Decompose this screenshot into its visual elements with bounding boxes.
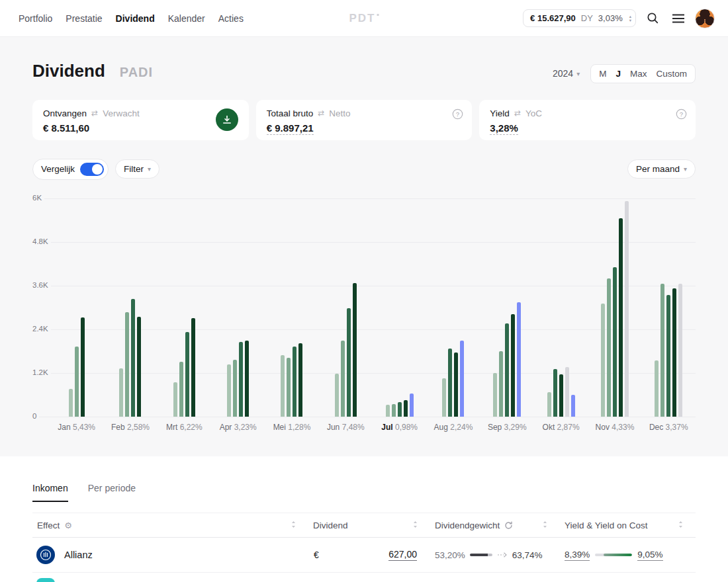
yield-value[interactable]: 3,28% (490, 122, 518, 135)
bar-okt-s4[interactable] (559, 374, 563, 417)
settings-gear-icon[interactable]: ⚙ (64, 520, 72, 530)
bar-aug-s3[interactable] (448, 349, 452, 417)
bar-jul-s3[interactable] (398, 402, 402, 417)
bar-feb-s1[interactable] (119, 368, 123, 417)
compare-switch[interactable] (80, 163, 104, 176)
bar-sep-s4[interactable] (511, 314, 515, 417)
bar-nov-s3[interactable] (613, 267, 617, 417)
tab-inkomen[interactable]: Inkomen (32, 483, 68, 502)
bar-dec-s1[interactable] (655, 360, 659, 417)
yoc-pct[interactable]: 9,05% (637, 550, 662, 561)
bar-nov-s2[interactable] (607, 278, 611, 417)
bar-mrt-s2[interactable] (179, 362, 183, 417)
bar-jan-s1[interactable] (69, 389, 73, 417)
bar-sep-s1[interactable] (493, 373, 497, 417)
portfolio-quote-pill[interactable]: € 15.627,90 DY 3,03% ▴▾ (523, 9, 636, 27)
bar-group-mei[interactable] (265, 198, 318, 417)
bar-aug-blue[interactable] (460, 341, 464, 417)
table-row-allianz[interactable]: Allianz € 627,00 53,20% 63,74% 8,39% 9,0… (32, 538, 696, 573)
holding-name[interactable]: Allianz (64, 550, 93, 560)
bar-mei-s3[interactable] (293, 347, 296, 417)
bar-okt-gray[interactable] (565, 367, 569, 417)
sort-icon[interactable] (291, 520, 296, 530)
bar-feb-s2[interactable] (125, 312, 129, 417)
tab-per-periode[interactable]: Per periode (88, 483, 136, 502)
bar-mrt-s3[interactable] (185, 332, 189, 417)
bar-group-jan[interactable] (50, 198, 103, 417)
bar-group-aug[interactable] (426, 198, 480, 417)
bar-jun-s3[interactable] (347, 308, 351, 417)
bar-sep-blue[interactable] (517, 302, 521, 417)
card-alt-label[interactable]: YoC (525, 108, 542, 118)
bar-group-apr[interactable] (211, 198, 265, 417)
bar-mrt-s1[interactable] (173, 382, 177, 417)
refresh-icon[interactable] (504, 521, 513, 530)
bar-sep-s3[interactable] (505, 323, 509, 417)
bar-apr-s3[interactable] (239, 342, 243, 417)
bar-sep-s2[interactable] (499, 351, 503, 417)
help-icon[interactable]: ? (676, 108, 687, 122)
sort-icon[interactable] (678, 520, 684, 530)
nav-item-prestatie[interactable]: Prestatie (66, 13, 102, 24)
bar-jun-s4[interactable] (353, 283, 357, 417)
compare-toggle-pill[interactable]: Vergelijk (32, 159, 109, 180)
range-option-custom[interactable]: Custom (651, 67, 692, 80)
bar-nov-s4[interactable] (619, 218, 623, 417)
range-option-max[interactable]: Max (625, 67, 652, 80)
bar-okt-s1[interactable] (547, 392, 551, 417)
bar-group-dec[interactable] (642, 198, 696, 417)
swap-icon[interactable]: ⇄ (514, 108, 521, 118)
gross-amount[interactable]: € 9.897,21 (267, 122, 314, 135)
help-icon[interactable]: ? (452, 108, 463, 122)
bar-mrt-s4[interactable] (191, 318, 195, 417)
menu-button[interactable] (669, 9, 688, 28)
bar-jun-s1[interactable] (335, 374, 339, 417)
swap-icon[interactable]: ⇄ (318, 108, 324, 118)
bar-group-okt[interactable] (534, 198, 588, 417)
period-dropdown[interactable]: Per maand ▾ (627, 159, 696, 179)
bar-dec-gray[interactable] (678, 284, 682, 417)
bar-mei-s2[interactable] (287, 358, 291, 417)
card-label[interactable]: Yield (490, 108, 510, 118)
bar-aug-s1[interactable] (442, 378, 446, 417)
bar-feb-s3[interactable] (131, 299, 135, 417)
export-button[interactable] (216, 108, 238, 131)
bar-dec-s3[interactable] (666, 295, 670, 417)
bar-jul-s4[interactable] (404, 400, 408, 417)
sort-icon[interactable] (542, 520, 548, 530)
filter-dropdown[interactable]: Filter ▾ (115, 159, 159, 179)
bar-nov-gray[interactable] (625, 201, 629, 417)
range-option-m[interactable]: M (594, 67, 611, 80)
bar-group-nov[interactable] (588, 198, 641, 417)
nav-item-dividend[interactable]: Dividend (116, 13, 155, 24)
bar-mei-s1[interactable] (281, 355, 285, 417)
bar-nov-s1[interactable] (601, 304, 605, 417)
dividend-amount[interactable]: 627,00 (388, 549, 417, 561)
bar-jul-s1[interactable] (386, 405, 390, 417)
bar-jan-s2[interactable] (75, 347, 79, 417)
card-alt-label[interactable]: Netto (329, 108, 350, 118)
bar-group-mrt[interactable] (158, 198, 211, 417)
bar-apr-s2[interactable] (233, 360, 237, 417)
nav-item-acties[interactable]: Acties (218, 13, 244, 24)
nav-item-portfolio[interactable]: Portfolio (19, 13, 52, 24)
bar-group-sep[interactable] (480, 198, 534, 417)
year-dropdown[interactable]: 2024▾ (553, 68, 580, 79)
sort-icon[interactable] (412, 520, 418, 530)
bar-jun-s2[interactable] (341, 341, 345, 417)
bar-jul-blue[interactable] (410, 394, 414, 417)
bar-jul-s2[interactable] (392, 404, 396, 417)
table-row-partial[interactable] (32, 573, 696, 582)
search-button[interactable] (643, 9, 662, 28)
bar-aug-s4[interactable] (454, 353, 458, 417)
nav-item-kalender[interactable]: Kalender (168, 13, 205, 24)
bar-apr-s1[interactable] (227, 364, 231, 417)
bar-okt-blue[interactable] (571, 395, 575, 417)
user-avatar[interactable] (695, 9, 715, 28)
quote-stepper[interactable]: ▴▾ (628, 15, 631, 22)
bar-dec-s2[interactable] (660, 284, 664, 417)
bar-dec-s4[interactable] (672, 288, 676, 417)
swap-icon[interactable]: ⇄ (91, 108, 98, 118)
bar-group-jul[interactable] (373, 198, 426, 417)
yield-pct[interactable]: 8,39% (565, 550, 590, 561)
